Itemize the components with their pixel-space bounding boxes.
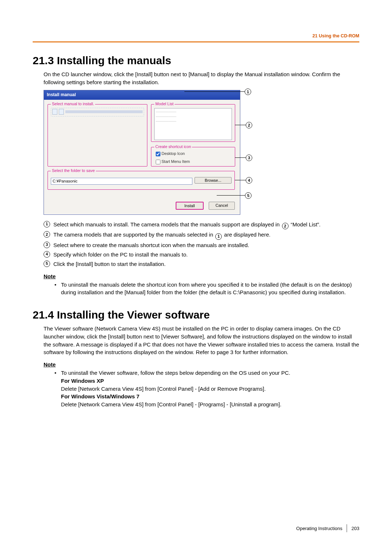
note-1-body: • To uninstall the manuals delete the sh… (54, 281, 359, 297)
note-2-text: To uninstall the Viewer software, follow… (61, 369, 359, 409)
legend-2-a: The camera models that are supported by … (53, 231, 215, 238)
legend-text-2: The camera models that are supported by … (53, 231, 359, 240)
dialog-button-row: Install Cancel (176, 202, 235, 210)
callout-5-num: 5 (245, 192, 252, 199)
inline-ref-2: 2 (282, 223, 289, 229)
legend-text-1: Select which manuals to install. The cam… (53, 221, 359, 230)
install-manual-window: Install manual Select manual to install.… (44, 90, 240, 215)
note-1-text: To uninstall the manuals delete the shor… (61, 281, 359, 297)
callout-legend: 1 Select which manuals to install. The c… (44, 221, 359, 268)
folder-path-input[interactable] (51, 178, 192, 185)
callout-4-num: 4 (246, 177, 252, 184)
legend-num-1: 1 (44, 221, 50, 227)
group-model-list-label: Model List (154, 102, 175, 106)
checkbox-desktop[interactable] (156, 152, 160, 156)
bullet-dot-icon: • (54, 369, 61, 377)
legend-item-5: 5 Click the [Install] button to start th… (44, 260, 359, 268)
group-model-list: Model List ──────────────────────── (151, 104, 235, 142)
checkbox-desktop-label: Desktop Icon (162, 151, 185, 156)
legend-item-1: 1 Select which manuals to install. The c… (44, 221, 359, 230)
group-select-manual: Select manual to install. (48, 104, 147, 167)
cancel-button[interactable]: Cancel (209, 202, 235, 210)
checkbox-startmenu-row: Start Menu Item (154, 159, 232, 165)
checkbox-startmenu[interactable] (156, 160, 160, 164)
section-213-title: 21.3 Installing the manuals (33, 54, 359, 67)
manual-entry-text (65, 110, 143, 113)
group-shortcut-label: Create shortcut icon (154, 144, 192, 149)
callout-1-num: 1 (245, 89, 251, 95)
note-2-lead: To uninstall the Viewer software, follow… (61, 370, 290, 376)
legend-text-4: Specify which folder on the PC to instal… (53, 251, 359, 259)
window-body: Select manual to install. Model List ───… (44, 100, 240, 214)
note-1-title: Note (44, 273, 359, 279)
legend-text-3: Select where to create the manuals short… (53, 241, 359, 249)
legend-num-2: 2 (44, 231, 50, 238)
group-shortcut: Create shortcut icon Desktop Icon Start … (151, 147, 235, 167)
page-footer: Operating Instructions 203 (296, 524, 359, 532)
callout-1: 1 (184, 89, 251, 95)
bullet-dot-icon: • (54, 281, 61, 289)
legend-text-5: Click the [Install] button to start the … (53, 260, 359, 268)
legend-1-a: Select which manuals to install. The cam… (53, 221, 281, 227)
note-2-vista7-text: Delete [Network Camera View 4S] from [Co… (61, 401, 281, 407)
note-2-xp-text: Delete [Network Camera View 4S] from [Co… (61, 386, 266, 392)
group-save-folder: Select the folder to save Browse... (48, 171, 235, 190)
checkbox-desktop-row: Desktop Icon (154, 151, 232, 157)
note-2-xp-heading: For Windows XP (61, 378, 104, 384)
page: 21 Using the CD-ROM 21.3 Installing the … (0, 0, 392, 554)
manual-entry[interactable] (51, 108, 144, 116)
callout-3-num: 3 (246, 155, 252, 161)
group-select-manual-label: Select manual to install. (51, 102, 95, 106)
model-list-box[interactable]: ──────────────────────── (154, 108, 232, 140)
callout-3: 3 (235, 155, 252, 161)
footer-text: Operating Instructions (296, 526, 342, 531)
legend-item-4: 4 Specify which folder on the PC to inst… (44, 251, 359, 259)
browse-button[interactable]: Browse... (195, 177, 232, 184)
note-2-vista7-heading: For Windows Vista/Windows 7 (61, 393, 139, 399)
install-button[interactable]: Install (176, 202, 204, 210)
inline-ref-1: 1 (215, 233, 222, 240)
callout-5: 5 (217, 192, 252, 199)
section-214-intro: The Viewer software (Network Camera View… (44, 325, 359, 356)
callout-4: 4 (235, 177, 252, 184)
manual-thumb-icon (52, 109, 57, 115)
legend-num-5: 5 (44, 260, 50, 267)
callout-2-num: 2 (246, 122, 252, 128)
section-213-intro: On the CD launcher window, click the [In… (44, 70, 359, 86)
footer-separator-icon (347, 524, 347, 532)
legend-1-b: “Model List”. (289, 221, 321, 227)
dialog-screenshot: Install manual Select manual to install.… (44, 90, 256, 217)
checkbox-startmenu-label: Start Menu Item (162, 159, 190, 164)
footer-page-number: 203 (351, 526, 359, 531)
legend-num-3: 3 (44, 242, 50, 248)
legend-num-4: 4 (44, 251, 50, 258)
callout-2: 2 (235, 122, 252, 128)
legend-item-3: 3 Select where to create the manuals sho… (44, 241, 359, 249)
legend-item-2: 2 The camera models that are supported b… (44, 231, 359, 240)
legend-2-b: are displayed here. (222, 231, 270, 238)
note-2-body: • To uninstall the Viewer software, foll… (54, 369, 359, 409)
running-head: 21 Using the CD-ROM (313, 33, 359, 38)
manual-thumb-icon (59, 109, 64, 115)
section-214-title: 21.4 Installing the Viewer software (33, 309, 359, 321)
note-2-title: Note (44, 361, 359, 368)
group-save-folder-label: Select the folder to save (51, 168, 96, 173)
header-rule (33, 41, 359, 42)
